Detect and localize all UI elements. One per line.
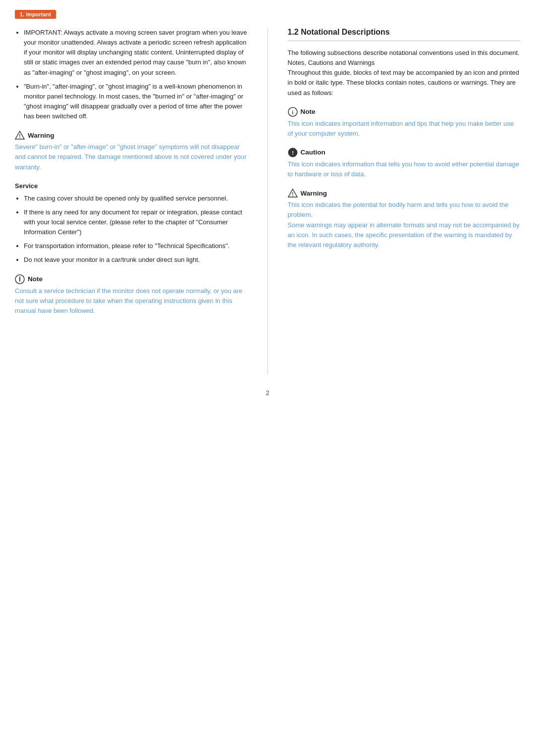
svg-text:!: ! (292, 150, 294, 156)
note-text-right: This icon indicates important informatio… (288, 119, 521, 139)
svg-point-4 (19, 276, 20, 277)
warning-header-right: ! Warning (288, 188, 521, 198)
note-block-1: i Note Consult a service technician if t… (15, 274, 248, 316)
svg-text:!: ! (292, 192, 293, 197)
right-section-title: 1.2 Notational Descriptions (288, 28, 521, 41)
caution-header-right: ! Caution (288, 148, 521, 157)
intro-bullet-list: IMPORTANT: Always activate a moving scre… (15, 28, 248, 121)
note-block-right: i Note This icon indicates important inf… (288, 107, 521, 139)
warning-text-1: Severe" burn-in" or "after-image" or "gh… (15, 142, 248, 172)
note-header-1: i Note (15, 274, 248, 284)
right-intro-text: The following subsections describe notat… (288, 48, 521, 98)
page-number: 2 (0, 389, 535, 397)
svg-text:i: i (19, 278, 21, 283)
caution-text-right: This icon indicates information that tel… (288, 159, 521, 179)
left-column: IMPORTANT: Always activate a moving scre… (15, 28, 253, 374)
note-text-1: Consult a service technician if the moni… (15, 286, 248, 316)
service-bullet-list: The casing cover should be opened only b… (15, 194, 248, 265)
note-icon-right: i (288, 107, 298, 117)
warning-header-1: ! Warning (15, 130, 248, 140)
note-header-right: i Note (288, 107, 521, 117)
warning-icon-1: ! (15, 130, 25, 140)
service-bullet-item: Do not leave your monitor in a car/trunk… (24, 255, 248, 265)
warning-block-right: ! Warning This icon indicates the potent… (288, 188, 521, 250)
bullet-item: "Burn-in", "after-imaging", or "ghost im… (24, 82, 248, 122)
bullet-item: IMPORTANT: Always activate a moving scre… (24, 28, 248, 78)
warning-text-right: This icon indicates the potential for bo… (288, 200, 521, 250)
svg-text:!: ! (19, 134, 20, 139)
column-divider (268, 28, 268, 374)
caution-icon-right: ! (288, 148, 298, 157)
caution-block-right: ! Caution This icon indicates informatio… (288, 148, 521, 179)
service-title: Service (15, 182, 248, 190)
service-bullet-item: If there is any need for any document fo… (24, 207, 248, 237)
note-icon-1: i (15, 274, 25, 284)
svg-text:i: i (292, 110, 293, 115)
warning-icon-right: ! (288, 188, 298, 198)
content-area: IMPORTANT: Always activate a moving scre… (0, 28, 535, 374)
right-column: 1.2 Notational Descriptions The followin… (283, 28, 521, 374)
warning-block-1: ! Warning Severe" burn-in" or "after-ima… (15, 130, 248, 172)
service-bullet-item: For transportation information, please r… (24, 241, 248, 251)
tab-label: 1. Important (0, 10, 535, 28)
page-wrapper: 1. Important IMPORTANT: Always activate … (0, 0, 535, 756)
service-bullet-item: The casing cover should be opened only b… (24, 194, 248, 203)
